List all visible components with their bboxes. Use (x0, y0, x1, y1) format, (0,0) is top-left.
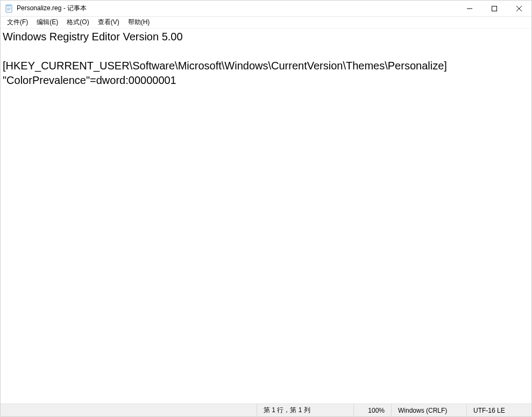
status-eol: Windows (CRLF) (392, 404, 467, 416)
statusbar: 第 1 行，第 1 列 100% Windows (CRLF) UTF-16 L… (1, 404, 531, 416)
menu-view[interactable]: 查看(V) (94, 17, 124, 28)
window-title: Personalize.reg - 记事本 (17, 4, 87, 13)
status-left-spacer (1, 404, 257, 416)
titlebar[interactable]: Personalize.reg - 记事本 (1, 1, 531, 17)
status-zoom: 100% (354, 404, 392, 416)
minimize-button[interactable] (457, 1, 482, 17)
status-position: 第 1 行，第 1 列 (257, 404, 354, 416)
menu-file[interactable]: 文件(F) (3, 17, 32, 28)
close-button[interactable] (507, 1, 531, 17)
status-encoding: UTF-16 LE (467, 404, 531, 416)
notepad-icon (5, 4, 13, 13)
menu-help[interactable]: 帮助(H) (124, 17, 154, 28)
maximize-button[interactable] (482, 1, 507, 17)
notepad-window: Personalize.reg - 记事本 文件(F) 编辑(E) 格式(O) … (0, 0, 532, 417)
menu-edit[interactable]: 编辑(E) (32, 17, 62, 28)
menubar: 文件(F) 编辑(E) 格式(O) 查看(V) 帮助(H) (1, 17, 531, 28)
window-controls (457, 1, 531, 16)
svg-rect-1 (6, 5, 12, 6)
menu-format[interactable]: 格式(O) (62, 17, 93, 28)
editor-area (1, 28, 531, 404)
svg-rect-6 (492, 6, 497, 11)
text-editor[interactable] (1, 29, 531, 404)
